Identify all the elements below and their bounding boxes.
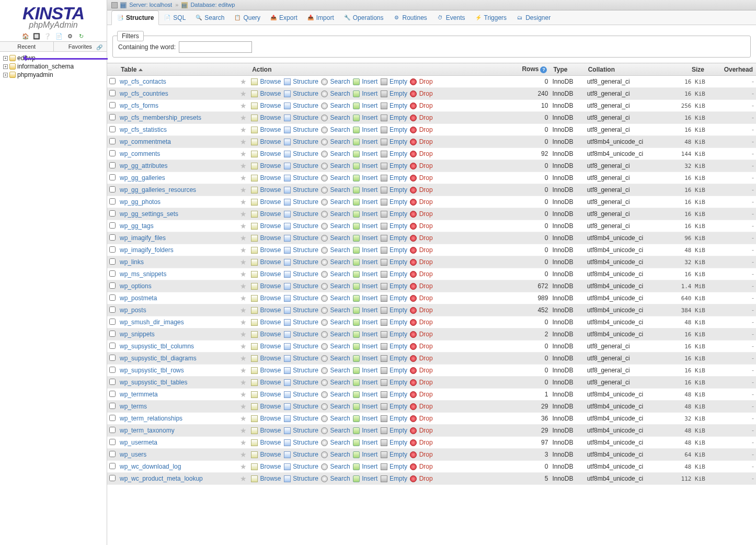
action-drop[interactable]: Drop [419,222,433,230]
nav-operations[interactable]: 🔧Operations [339,10,388,25]
link-icon[interactable]: 🔗 [96,44,102,50]
action-insert[interactable]: Insert [362,90,377,97]
row-checkbox[interactable] [109,379,116,385]
action-search[interactable]: Search [330,331,350,338]
action-empty[interactable]: Empty [390,150,407,157]
action-insert[interactable]: Insert [362,174,377,181]
row-checkbox[interactable] [109,439,116,445]
action-empty[interactable]: Empty [390,306,407,314]
action-drop[interactable]: Drop [419,282,433,290]
action-drop[interactable]: Drop [419,403,433,410]
row-checkbox[interactable] [109,391,116,397]
action-insert[interactable]: Insert [362,451,377,458]
action-structure[interactable]: Structure [293,174,318,181]
action-structure[interactable]: Structure [293,331,318,338]
table-name-link[interactable]: wp_commentmeta [120,138,171,145]
row-checkbox[interactable] [109,138,116,144]
action-insert[interactable]: Insert [362,234,377,242]
nav-search[interactable]: 🔍Search [190,10,229,25]
action-search[interactable]: Search [330,126,350,133]
action-empty[interactable]: Empty [390,270,407,278]
row-checkbox[interactable] [109,102,116,108]
table-name-link[interactable]: wp_postmeta [120,294,157,302]
action-drop[interactable]: Drop [419,306,433,314]
table-name-link[interactable]: wp_smush_dir_images [120,319,184,326]
action-insert[interactable]: Insert [362,463,377,470]
table-name-link[interactable]: wp_gg_tags [120,222,154,230]
favorite-star-icon[interactable]: ★ [240,378,247,387]
action-search[interactable]: Search [330,282,350,290]
action-empty[interactable]: Empty [390,90,407,97]
row-checkbox[interactable] [109,222,116,229]
action-browse[interactable]: Browse [260,294,281,302]
expand-icon[interactable]: + [3,73,8,77]
action-structure[interactable]: Structure [293,415,318,422]
nav-events[interactable]: ⏱Events [432,10,470,25]
row-checkbox[interactable] [109,126,116,132]
col-overhead[interactable]: Overhead [707,63,756,76]
favorite-star-icon[interactable]: ★ [240,101,247,110]
action-browse[interactable]: Browse [260,258,281,266]
action-insert[interactable]: Insert [362,475,377,482]
db-link[interactable]: editwp [219,2,235,8]
action-browse[interactable]: Browse [260,78,281,85]
table-name-link[interactable]: wp_links [120,258,144,266]
action-empty[interactable]: Empty [390,415,407,422]
row-checkbox[interactable] [109,403,116,409]
action-structure[interactable]: Structure [293,90,318,97]
action-drop[interactable]: Drop [419,379,433,386]
action-browse[interactable]: Browse [260,174,281,181]
action-empty[interactable]: Empty [390,198,407,206]
action-drop[interactable]: Drop [419,210,433,218]
row-checkbox[interactable] [109,258,116,265]
action-structure[interactable]: Structure [293,319,318,326]
action-search[interactable]: Search [330,90,350,97]
action-search[interactable]: Search [330,439,350,446]
action-search[interactable]: Search [330,150,350,157]
action-search[interactable]: Search [330,162,350,169]
favorite-star-icon[interactable]: ★ [240,89,247,98]
nav-import[interactable]: 📥Import [302,10,339,25]
table-name-link[interactable]: wp_termmeta [120,391,158,398]
action-insert[interactable]: Insert [362,198,377,206]
action-empty[interactable]: Empty [390,126,407,133]
action-search[interactable]: Search [330,403,350,410]
action-search[interactable]: Search [330,355,350,362]
nav-triggers[interactable]: ⚡Triggers [470,10,512,25]
action-browse[interactable]: Browse [260,427,281,434]
action-empty[interactable]: Empty [390,427,407,434]
favorite-star-icon[interactable]: ★ [240,138,247,146]
table-name-link[interactable]: wp_term_relationships [120,415,182,422]
favorite-star-icon[interactable]: ★ [240,330,247,338]
help-icon[interactable]: ❔ [44,32,51,40]
action-search[interactable]: Search [330,463,350,470]
action-empty[interactable]: Empty [390,463,407,470]
tree-item-phpmyadmin[interactable]: +phpmyadmin [3,71,104,79]
action-empty[interactable]: Empty [390,138,407,145]
favorite-star-icon[interactable]: ★ [240,342,247,350]
action-empty[interactable]: Empty [390,439,407,446]
action-structure[interactable]: Structure [293,150,318,157]
row-checkbox[interactable] [109,78,116,84]
action-drop[interactable]: Drop [419,186,433,194]
action-structure[interactable]: Structure [293,427,318,434]
action-structure[interactable]: Structure [293,210,318,218]
row-checkbox[interactable] [109,427,116,433]
action-structure[interactable]: Structure [293,282,318,290]
action-browse[interactable]: Browse [260,198,281,206]
expand-icon[interactable]: + [3,64,8,69]
action-drop[interactable]: Drop [419,463,433,470]
action-structure[interactable]: Structure [293,186,318,194]
action-browse[interactable]: Browse [260,355,281,362]
action-search[interactable]: Search [330,174,350,181]
action-drop[interactable]: Drop [419,319,433,326]
favorite-star-icon[interactable]: ★ [240,113,247,122]
action-drop[interactable]: Drop [419,150,433,157]
nav-designer[interactable]: 🗂Designer [511,10,555,25]
table-name-link[interactable]: wp_options [120,282,152,290]
favorite-star-icon[interactable]: ★ [240,450,247,459]
action-insert[interactable]: Insert [362,150,377,157]
action-insert[interactable]: Insert [362,138,377,145]
action-search[interactable]: Search [330,114,350,121]
action-browse[interactable]: Browse [260,331,281,338]
